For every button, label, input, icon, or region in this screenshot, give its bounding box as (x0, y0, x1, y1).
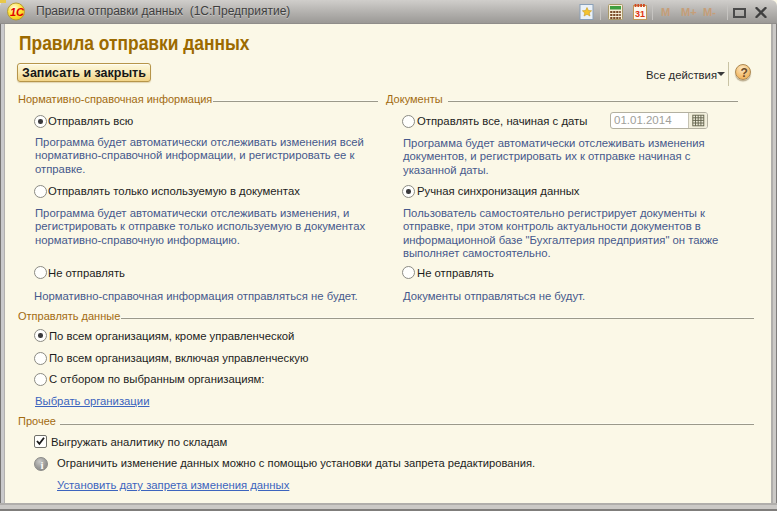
svg-text:1C: 1C (10, 6, 25, 18)
svg-text:31: 31 (635, 9, 645, 19)
